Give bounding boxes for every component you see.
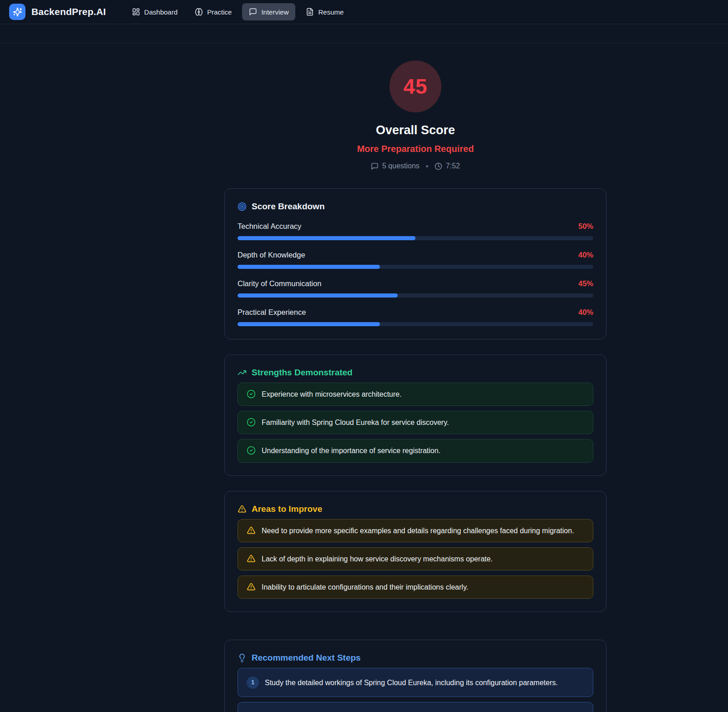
duration-meta: 7:52 xyxy=(435,162,460,170)
improvement-item: Need to provide more specific examples a… xyxy=(238,519,593,542)
progress-track xyxy=(238,322,593,326)
improvements-list: Need to provide more specific examples a… xyxy=(238,519,593,599)
overall-score-value: 45 xyxy=(403,74,427,99)
progress-fill xyxy=(238,265,380,269)
card-title-label: Strengths Demonstrated xyxy=(252,368,353,378)
metric-label: Depth of Knowledge xyxy=(238,251,305,259)
step-text: Study the detailed workings of Spring Cl… xyxy=(265,676,558,688)
message-square-icon xyxy=(371,162,379,170)
improvement-item: Inability to articulate configurations a… xyxy=(238,576,593,599)
step-item: 1 Study the detailed workings of Spring … xyxy=(238,668,593,697)
strength-item: Understanding of the importance of servi… xyxy=(238,439,593,462)
improvements-title: Areas to Improve xyxy=(238,504,593,514)
questions-meta: 5 questions xyxy=(371,162,420,170)
strengths-card: Strengths Demonstrated Experience with m… xyxy=(224,354,607,476)
card-title-label: Areas to Improve xyxy=(252,504,322,514)
improvement-text: Lack of depth in explaining how service … xyxy=(262,554,493,564)
next-steps-title: Recommended Next Steps xyxy=(238,653,593,663)
progress-track xyxy=(238,293,593,298)
metric-label: Clarity of Communication xyxy=(238,279,321,288)
triangle-alert-icon xyxy=(238,505,247,514)
metric-row: Technical Accuracy 50% xyxy=(238,222,593,240)
trending-up-icon xyxy=(238,368,247,377)
strength-text: Experience with microservices architectu… xyxy=(262,389,402,399)
duration-value: 7:52 xyxy=(446,162,460,170)
dot-separator xyxy=(426,165,428,167)
improvement-item: Lack of depth in explaining how service … xyxy=(238,547,593,571)
progress-track xyxy=(238,236,593,240)
nav-item-dashboard[interactable]: Dashboard xyxy=(125,3,184,20)
metric-value: 50% xyxy=(578,222,593,231)
strengths-list: Experience with microservices architectu… xyxy=(238,383,593,463)
subheader-band xyxy=(0,24,728,43)
improvement-text: Need to provide more specific examples a… xyxy=(262,525,574,536)
nav-item-interview[interactable]: Interview xyxy=(242,3,295,20)
overall-score-circle: 45 xyxy=(389,61,441,112)
card-title-label: Recommended Next Steps xyxy=(252,653,361,663)
score-header: 45 Overall Score More Preparation Requir… xyxy=(224,43,607,170)
metric-row: Clarity of Communication 45% xyxy=(238,279,593,298)
step-item-partial xyxy=(238,702,593,712)
nav-item-label: Dashboard xyxy=(144,8,177,16)
strength-text: Familiarity with Spring Cloud Eureka for… xyxy=(262,417,449,428)
progress-fill xyxy=(238,236,415,240)
brain-icon xyxy=(195,8,203,16)
nav-item-label: Interview xyxy=(261,8,288,16)
questions-count: 5 questions xyxy=(382,162,420,170)
strength-item: Familiarity with Spring Cloud Eureka for… xyxy=(238,411,593,434)
nav-item-label: Resume xyxy=(318,8,344,16)
strengths-title: Strengths Demonstrated xyxy=(238,368,593,378)
score-breakdown-card: Score Breakdown Technical Accuracy 50% D… xyxy=(224,188,607,339)
nav-menu: Dashboard Practice Interview xyxy=(125,3,350,20)
sparkles-icon xyxy=(13,7,22,17)
metric-row: Practical Experience 40% xyxy=(238,308,593,326)
metric-value: 45% xyxy=(578,279,593,288)
triangle-alert-icon xyxy=(247,526,256,535)
strength-text: Understanding of the importance of servi… xyxy=(262,445,440,456)
results-page: 45 Overall Score More Preparation Requir… xyxy=(224,43,607,712)
strength-item: Experience with microservices architectu… xyxy=(238,383,593,406)
progress-fill xyxy=(238,322,380,326)
session-meta: 5 questions 7:52 xyxy=(371,162,460,170)
layout-dashboard-icon xyxy=(132,8,140,16)
progress-fill xyxy=(238,293,398,298)
circle-check-icon xyxy=(247,418,256,427)
score-verdict: More Preparation Required xyxy=(357,144,474,154)
target-icon xyxy=(238,202,247,211)
metric-label: Technical Accuracy xyxy=(238,222,301,231)
improvements-card: Areas to Improve Need to provide more sp… xyxy=(224,491,607,612)
app-logo[interactable] xyxy=(9,4,25,20)
nav-item-resume[interactable]: Resume xyxy=(299,3,350,20)
file-text-icon xyxy=(306,8,314,16)
improvement-text: Inability to articulate configurations a… xyxy=(262,582,468,592)
score-breakdown-title: Score Breakdown xyxy=(238,202,593,212)
message-square-icon xyxy=(249,8,257,16)
progress-track xyxy=(238,265,593,269)
card-title-label: Score Breakdown xyxy=(252,202,325,212)
next-steps-card: Recommended Next Steps 1 Study the detai… xyxy=(224,640,607,712)
top-navbar: BackendPrep.AI Dashboard Practice xyxy=(0,0,728,24)
nav-item-label: Practice xyxy=(207,8,232,16)
clock-icon xyxy=(435,162,442,170)
circle-check-icon xyxy=(247,389,256,399)
metric-row: Depth of Knowledge 40% xyxy=(238,251,593,269)
metric-label: Practical Experience xyxy=(238,308,306,317)
metric-value: 40% xyxy=(578,308,593,317)
brand-title: BackendPrep.AI xyxy=(31,6,106,17)
next-steps-list: 1 Study the detailed workings of Spring … xyxy=(238,668,593,712)
lightbulb-icon xyxy=(238,653,247,662)
triangle-alert-icon xyxy=(247,582,256,591)
step-number-badge: 1 xyxy=(247,677,259,689)
nav-item-practice[interactable]: Practice xyxy=(188,3,238,20)
page-title: Overall Score xyxy=(376,123,455,137)
metric-value: 40% xyxy=(578,251,593,259)
circle-check-icon xyxy=(247,446,256,455)
triangle-alert-icon xyxy=(247,554,256,563)
